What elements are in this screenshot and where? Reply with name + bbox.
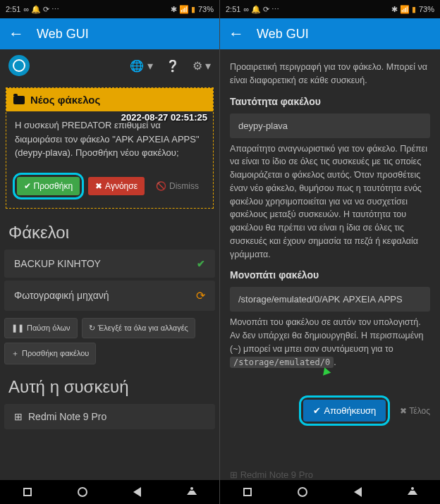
- status-bar: 2:51 ∞ 🔔 ⟳ ⋯ ✱ 📶 ▮ 73%: [0, 0, 219, 18]
- content-right: Προαιρετική περιγραφή για τον φάκελο. Μπ…: [220, 49, 440, 480]
- status-right-icons: ✱ 📶 ▮: [171, 5, 195, 14]
- folder-path-label: Μονοπάτι φακέλου: [230, 268, 430, 283]
- back-icon[interactable]: ←: [228, 26, 244, 42]
- back-icon[interactable]: ←: [8, 26, 24, 42]
- notif-title: Νέος φάκελος: [30, 94, 100, 106]
- folder-id-label: Ταυτότητα φακέλου: [230, 94, 430, 109]
- back-button[interactable]: [352, 486, 363, 498]
- device-icon: ⊞: [230, 469, 240, 480]
- highlight-add: ✔ Προσθήκη: [13, 173, 85, 199]
- description-help: Προαιρετική περιγραφή για τον φάκελο. Μπ…: [230, 61, 430, 87]
- recent-apps-button[interactable]: [22, 486, 33, 498]
- gear-icon[interactable]: ⚙ ▾: [192, 59, 211, 73]
- folder-path-help: Μονοπάτι του φακέλου σε αυτόν τον υπολογ…: [230, 316, 430, 369]
- home-button[interactable]: [77, 486, 88, 498]
- accessibility-icon[interactable]: [186, 486, 197, 498]
- faded-device-row: ⊞ Redmi Note 9 Pro: [230, 469, 313, 480]
- add-button[interactable]: ✔ Προσθήκη: [17, 177, 80, 195]
- android-nav: [220, 480, 440, 504]
- app-title: Web GUI: [257, 27, 309, 42]
- ignore-button[interactable]: ✖ Αγνόησε: [88, 177, 145, 195]
- form-footer: ✔ Αποθήκευση ✖ Τέλος: [220, 388, 440, 426]
- web-toolbar: 🌐 ▾ ❔ ⚙ ▾: [0, 49, 219, 82]
- globe-icon[interactable]: 🌐 ▾: [130, 59, 152, 73]
- rescan-button[interactable]: ↻ Έλεγξέ τα όλα για αλλαγές: [82, 318, 195, 338]
- folder-name: BACKUP ΚΙΝΗΤΟΥ: [14, 258, 101, 269]
- folder-actions: ❚❚ Παύση όλων ↻ Έλεγξέ τα όλα για αλλαγέ…: [0, 314, 219, 343]
- status-time: 2:51: [6, 5, 20, 13]
- accessibility-icon[interactable]: [407, 486, 418, 498]
- dismiss-button[interactable]: 🚫 Dismiss: [149, 177, 206, 195]
- status-time: 2:51: [226, 5, 240, 13]
- recent-apps-button[interactable]: [242, 486, 253, 498]
- add-folder-button[interactable]: ＋ Προσθήκη φακέλου: [4, 343, 96, 364]
- device-heading: Αυτή η συσκευή: [0, 369, 219, 401]
- device-name: Redmi Note 9 Pro: [28, 411, 106, 422]
- save-button[interactable]: ✔ Αποθήκευση: [303, 400, 386, 422]
- folders-heading: Φάκελοι: [0, 214, 219, 247]
- folder-id-help: Απαραίτητο αναγνωριστικό για τον φάκελο.…: [230, 142, 430, 262]
- folder-icon: [13, 96, 25, 104]
- notif-actions: ✔ Προσθήκη ✖ Αγνόησε 🚫 Dismiss: [6, 167, 213, 208]
- code-path: /storage/emulated/0: [230, 357, 334, 368]
- battery-pct: 73%: [198, 5, 214, 13]
- folder-path-input[interactable]: [230, 287, 430, 312]
- folder-id-input[interactable]: [230, 113, 430, 138]
- status-left-icons: ∞ 🔔 ⟳ ⋯: [23, 5, 59, 14]
- folder-name: Φωτογραφική μηχανή: [14, 290, 109, 301]
- back-button[interactable]: [131, 486, 142, 498]
- app-bar: ← Web GUI: [220, 18, 440, 49]
- new-folder-notification: Νέος φάκελος 2022-08-27 02:51:25 Η συσκε…: [6, 87, 214, 209]
- home-button[interactable]: [297, 486, 308, 498]
- phone-right: 2:51 ∞ 🔔 ⟳ ⋯ ✱ 📶 ▮ 73% ← Web GUI Προαιρε…: [220, 0, 440, 504]
- device-icon: ⊞: [14, 411, 23, 422]
- pause-all-button[interactable]: ❚❚ Παύση όλων: [4, 318, 78, 338]
- notif-header: Νέος φάκελος: [6, 88, 213, 111]
- status-left-icons: ∞ 🔔 ⟳ ⋯: [243, 5, 279, 14]
- close-button[interactable]: ✖ Τέλος: [400, 406, 430, 416]
- app-bar: ← Web GUI: [0, 18, 219, 49]
- android-nav: [0, 480, 219, 504]
- folder-row[interactable]: BACKUP ΚΙΝΗΤΟΥ ✔: [4, 250, 215, 278]
- app-title: Web GUI: [37, 27, 89, 42]
- battery-pct: 73%: [419, 5, 434, 13]
- timestamp-overlay: 2022-08-27 02:51:25: [121, 112, 207, 123]
- syncthing-logo-icon[interactable]: [8, 55, 30, 76]
- help-icon[interactable]: ❔: [166, 59, 180, 73]
- content-left: 🌐 ▾ ❔ ⚙ ▾ Νέος φάκελος 2022-08-27 02:51:…: [0, 49, 219, 480]
- phone-left: 2:51 ∞ 🔔 ⟳ ⋯ ✱ 📶 ▮ 73% ← Web GUI 🌐 ▾ ❔ ⚙…: [0, 0, 220, 504]
- check-icon: ✔: [197, 258, 205, 269]
- device-row[interactable]: ⊞ Redmi Note 9 Pro: [4, 404, 215, 429]
- status-right-icons: ✱ 📶 ▮: [391, 5, 416, 14]
- highlight-save: ✔ Αποθήκευση: [299, 395, 391, 426]
- status-bar: 2:51 ∞ 🔔 ⟳ ⋯ ✱ 📶 ▮ 73%: [220, 0, 440, 18]
- folder-row[interactable]: Φωτογραφική μηχανή ⟳: [4, 281, 215, 311]
- sync-icon: ⟳: [196, 289, 205, 302]
